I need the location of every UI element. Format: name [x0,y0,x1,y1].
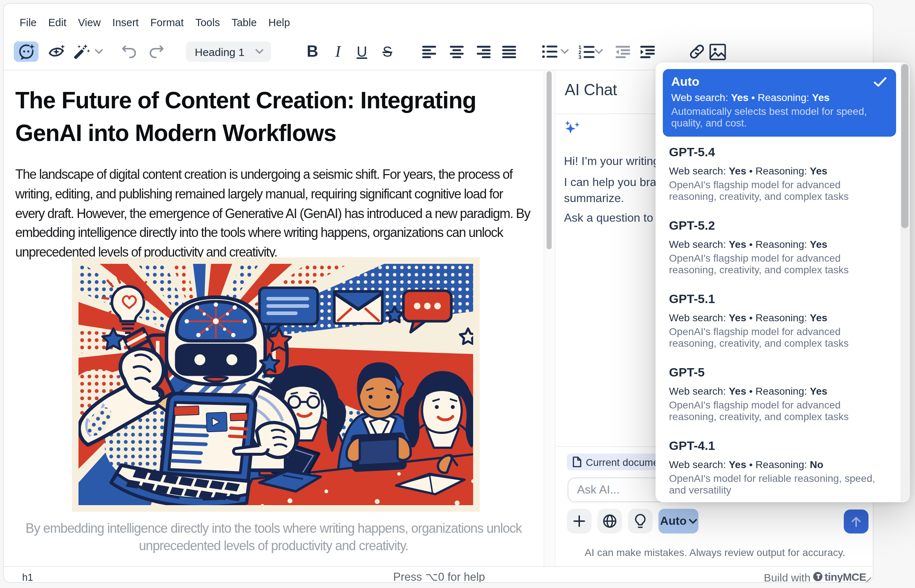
svg-text:3: 3 [578,54,581,58]
